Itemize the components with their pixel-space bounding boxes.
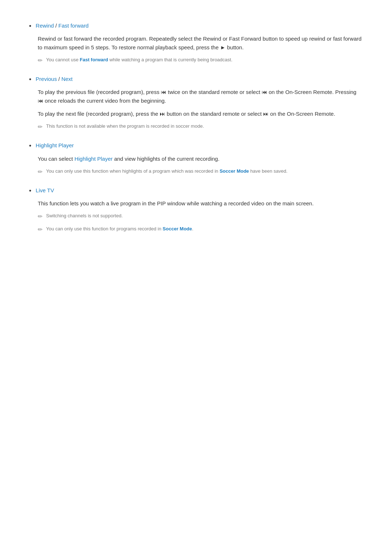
separator-2: / [58,76,61,82]
bullet-rewind-fastforward: • Rewind / Fast forward [29,22,363,31]
section-highlight-player: • Highlight Player You can select Highli… [29,141,363,176]
note-icon-4: ✏ [38,212,42,221]
link-rewind[interactable]: Rewind [36,22,54,29]
note-previous: ✏ This function is not available when th… [38,123,363,131]
section-body-previous: To play the previous file (recorded prog… [38,88,363,131]
prev-icon-1: ⏮ [161,89,166,95]
note-rewind: ✏ You cannot use Fast forward while watc… [38,56,363,65]
note-icon-2: ✏ [38,123,42,131]
note-fast-forward-bold: Fast forward [80,57,108,62]
note-icon-3: ✏ [38,168,42,176]
para-highlight: You can select Highlight Player and view… [38,155,363,163]
para-previous-1: To play the previous file (recorded prog… [38,88,363,105]
section-title-previous: Previous / Next [36,75,73,83]
note-icon-5: ✏ [38,225,42,234]
section-rewind-fastforward: • Rewind / Fast forward Rewind or fast f… [29,22,363,65]
note-text-live-2: You can only use this function for progr… [46,225,193,233]
section-previous-next: • Previous / Next To play the previous f… [29,75,363,131]
note-text-rewind: You cannot use Fast forward while watchi… [46,56,232,63]
note-text-highlight: You can only use this function when high… [46,168,287,175]
next-icon-2: ⏭ [263,111,269,117]
section-title-live-tv: Live TV [36,186,54,194]
bullet-dot-4: • [29,186,31,196]
prev-icon-2: ⏮ [262,89,267,95]
note-text-live-1: Switching channels is not supported. [46,212,123,219]
note-highlight: ✏ You can only use this function when hi… [38,168,363,176]
para-rewind: Rewind or fast forward the recorded prog… [38,34,363,52]
link-previous[interactable]: Previous [36,76,57,82]
para-previous-2: To play the next file (recorded program)… [38,110,363,118]
next-icon-1: ⏭ [160,111,165,117]
note-text-previous: This function is not available when the … [46,123,204,130]
soccer-mode-bold-2: Soccer Mode [163,226,192,231]
bullet-dot-1: • [29,22,31,31]
content-area: • Rewind / Fast forward Rewind or fast f… [29,15,363,234]
note-live-tv-1: ✏ Switching channels is not supported. [38,212,363,221]
section-body-highlight: You can select Highlight Player and view… [38,155,363,176]
section-live-tv: • Live TV This function lets you watch a… [29,186,363,234]
section-title-rewind: Rewind / Fast forward [36,22,89,29]
bullet-dot-2: • [29,75,31,84]
section-body-rewind: Rewind or fast forward the recorded prog… [38,34,363,65]
soccer-mode-bold-1: Soccer Mode [220,168,249,174]
bullet-previous-next: • Previous / Next [29,75,363,84]
separator-1: / [56,22,58,29]
bullet-highlight-player: • Highlight Player [29,141,363,151]
section-body-live-tv: This function lets you watch a live prog… [38,199,363,234]
link-live-tv[interactable]: Live TV [36,187,54,193]
prev-icon-3: ⏮ [38,98,43,104]
section-title-highlight: Highlight Player [36,141,74,149]
link-highlight-player[interactable]: Highlight Player [36,142,74,148]
note-icon-1: ✏ [38,56,42,65]
link-highlight-player-inline[interactable]: Highlight Player [74,156,113,162]
bullet-dot-3: • [29,141,31,151]
para-live-tv: This function lets you watch a live prog… [38,199,363,208]
note-live-tv-2: ✏ You can only use this function for pro… [38,225,363,234]
link-next[interactable]: Next [61,76,73,82]
bullet-live-tv: • Live TV [29,186,363,196]
link-fast-forward[interactable]: Fast forward [58,22,89,29]
